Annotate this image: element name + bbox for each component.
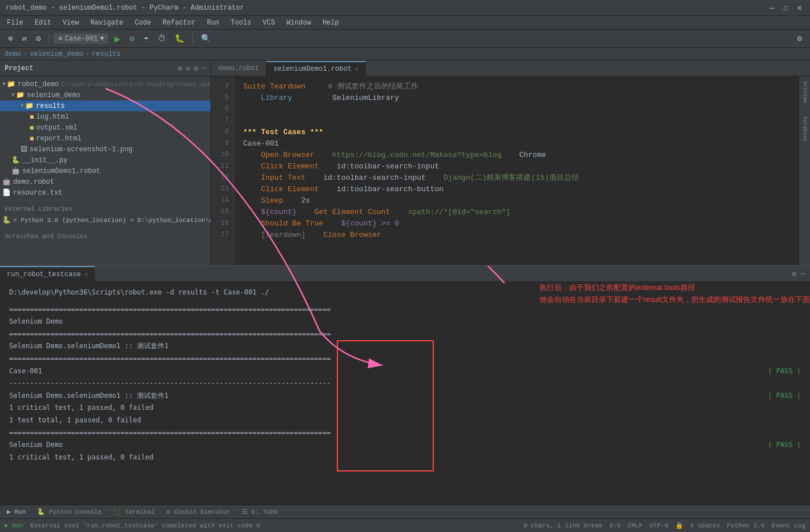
status-python: Python 3.6 <box>727 522 765 529</box>
bottom-settings-icon[interactable]: ⚙ <box>792 269 796 279</box>
status-bar: ▶ Run External tool 'run_robot_testcase'… <box>0 518 810 532</box>
external-libraries-label: External Libraries <box>0 203 211 215</box>
tree-item-output-xml[interactable]: ◼ output.xml <box>0 122 211 133</box>
tree-item-results[interactable]: ▼ 📁 results <box>0 100 211 111</box>
tree-item-resource-txt[interactable]: 📄 resource.txt <box>0 187 211 198</box>
breadcrumb-sep-2: › <box>86 50 90 58</box>
title-bar-controls: — ☐ ✕ <box>767 3 804 13</box>
val-search-button: id:toolbar-search-button <box>319 184 444 196</box>
close-button[interactable]: ✕ <box>795 3 804 13</box>
breadcrumb-results[interactable]: results <box>92 50 120 58</box>
settings-icon[interactable]: ⚙ <box>33 33 44 45</box>
case-selector[interactable]: ⊕ Case-001 ▼ <box>54 33 108 44</box>
status-right: 9 chars, 1 line break 9:5 CRLF UTF-8 🔒 4… <box>523 522 805 529</box>
val-chrome: Chrome <box>501 150 546 162</box>
breadcrumb-selenium[interactable]: selenium_demo <box>30 50 83 58</box>
sync-icon[interactable]: ⇄ <box>18 33 30 45</box>
line-num-12: 12 <box>211 172 233 184</box>
run-tab-close[interactable]: ✕ <box>84 271 88 278</box>
collapse-icon[interactable]: ⇄ <box>186 64 191 73</box>
menu-view[interactable]: View <box>58 18 84 28</box>
new-file-icon[interactable]: ⊕ <box>5 33 16 45</box>
kw-input-text: Input Text <box>243 172 305 184</box>
menu-file[interactable]: File <box>2 18 28 28</box>
menu-vcs[interactable]: VCS <box>258 18 280 28</box>
tree-label: selenium_demo <box>27 91 80 99</box>
database-label[interactable]: Database <box>802 116 808 141</box>
kw-close-browser: Close Browser <box>305 229 381 241</box>
maximize-button[interactable]: ☐ <box>781 3 790 13</box>
search-everywhere-icon[interactable]: 🔍 <box>198 33 214 45</box>
debug-button[interactable]: 🐛 <box>171 33 188 45</box>
kw-click-element-11: Click Element <box>243 161 319 173</box>
build-button[interactable]: ⚙ <box>126 33 138 45</box>
suite-result-label: Selenium Demo.seleniumDemo1 :: 测试套件1 <box>9 390 168 402</box>
menu-tools[interactable]: Tools <box>226 18 256 28</box>
menu-run[interactable]: Run <box>202 18 224 28</box>
line-num-11: 11 <box>211 161 233 172</box>
menu-navigate[interactable]: Navigate <box>86 18 128 28</box>
sidebar-header-actions: ⊕ ⇄ ⚙ — <box>178 64 206 73</box>
main-toolbar: ⊕ ⇄ ⚙ ⊕ Case-001 ▼ ▶ ⚙ ☂ ⏱ 🐛 🔍 ⚙ <box>0 30 810 48</box>
line-num-9: 9 <box>211 138 233 150</box>
toolbar-separator-2 <box>192 33 193 45</box>
bottom-close-icon[interactable]: — <box>801 269 805 279</box>
expand-arrow: ▼ <box>21 103 24 109</box>
tree-item-log-html[interactable]: ◼ log.html <box>0 111 211 122</box>
run-tab-btn[interactable]: ▶ Run <box>2 507 30 517</box>
profile-button[interactable]: ⏱ <box>154 33 169 45</box>
status-event-log[interactable]: Event Log <box>772 522 805 529</box>
bottom-tab-run[interactable]: run_robot_testcase ✕ <box>0 266 95 282</box>
coverage-button[interactable]: ☂ <box>140 33 152 45</box>
kw-sleep: Sleep <box>243 195 283 207</box>
sidebar-settings-icon[interactable]: ⚙ <box>194 64 198 73</box>
add-icon[interactable]: ⊕ <box>178 64 183 73</box>
tree-path: C:\Users\Administrator\Desktop\robot_dem… <box>61 81 211 88</box>
status-left: ▶ Run External tool 'run_robot_testcase'… <box>5 522 260 529</box>
tab-demo-robot[interactable]: demo.robot <box>211 61 267 76</box>
menu-help[interactable]: Help <box>318 18 344 28</box>
tree-item-selenium-demo[interactable]: ▼ 📁 selenium_demo <box>0 90 211 100</box>
text-file-icon: 📄 <box>2 188 11 197</box>
bottom-panel: run_robot_testcase ✕ ⚙ — D:\develop\Pyth… <box>0 265 810 505</box>
breadcrumb-demo[interactable]: demo <box>5 50 21 58</box>
tree-item-robot-demo[interactable]: ▼ 📁 robot_demo C:\Users\Administrator\De… <box>0 79 211 90</box>
menu-edit[interactable]: Edit <box>30 18 56 28</box>
line-num-17: 17 <box>211 229 233 241</box>
todo-tab-btn[interactable]: ☰ 6: TODO <box>237 507 283 517</box>
tree-divider-2 <box>0 228 211 228</box>
menu-code[interactable]: Code <box>130 18 156 28</box>
tree-item-screenshot[interactable]: 🖼 selenium-screenshot-1.png <box>0 144 211 155</box>
title-text: robot_demo - seleniumDemo1.robot - PyCha… <box>6 4 244 12</box>
val-input-id: id:toolbar-search-input <box>305 172 426 184</box>
sidebar-close-icon[interactable]: — <box>202 64 206 73</box>
sidebar-title: Project <box>5 65 33 72</box>
kw-should-be-true: Should Be True <box>243 218 323 230</box>
line-num-13: 13 <box>211 184 233 195</box>
folder-icon: 📁 <box>7 80 15 88</box>
python-console-tab-btn[interactable]: 🐍 Python Console <box>33 507 106 517</box>
menu-window[interactable]: Window <box>282 18 316 28</box>
casbin-executor-tab-btn[interactable]: ⚙ Casbin Executor <box>162 507 235 517</box>
bottom-toolbar: ▶ Run 🐍 Python Console ⬛ Terminal ⚙ Casb… <box>0 505 810 518</box>
scm-viewer-label[interactable]: SciView <box>802 81 808 103</box>
menu-refactor[interactable]: Refactor <box>158 18 200 28</box>
tab-selenium-demo1-robot[interactable]: seleniumDemo1.robot ✕ <box>267 61 366 76</box>
code-content[interactable]: Suite Teardown # 测试套件之后的结尾工作 Library Sel… <box>234 76 799 265</box>
val-input-text: Django(二)精美博客搭建(15)项目总结 <box>426 172 579 184</box>
line-numbers: 4 5 6 7 8 9 10 11 12 13 14 15 16 17 <box>211 76 234 265</box>
tree-item-report-html[interactable]: ◼ report.html <box>0 133 211 144</box>
critical-result-1: 1 critical test, 1 passed, 0 failed <box>9 402 801 414</box>
tree-item-python36[interactable]: 🐍 < Python 3.6 (python_location) > D:\py… <box>0 215 211 225</box>
status-position: 9:5 <box>610 522 621 529</box>
run-button[interactable]: ▶ <box>111 31 124 46</box>
terminal-tab-btn[interactable]: ⬛ Terminal <box>108 507 159 517</box>
minimize-button[interactable]: — <box>767 3 776 13</box>
tree-item-demo-robot[interactable]: 🤖 demo.robot <box>0 176 211 187</box>
kw-get-element-count: Get Element Count <box>297 207 390 219</box>
settings-gear-icon[interactable]: ⚙ <box>794 33 805 45</box>
tree-item-init-py[interactable]: 🐍 __init__.py <box>0 155 211 166</box>
tree-item-selenium-demo1-robot[interactable]: 🤖 seleniumDemo1.robot <box>0 166 211 176</box>
tab-close-selenium[interactable]: ✕ <box>355 66 359 73</box>
tree-label: report.html <box>36 135 81 143</box>
